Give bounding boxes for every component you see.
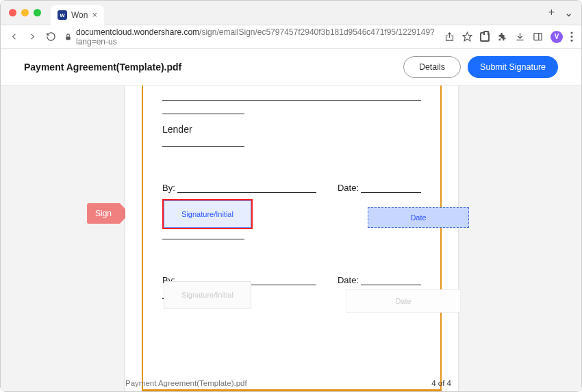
tab-close-button[interactable]: × xyxy=(92,10,97,20)
date-line xyxy=(361,276,421,285)
signature-line xyxy=(177,183,316,193)
close-window-button[interactable] xyxy=(9,9,16,16)
new-tab-button[interactable]: + xyxy=(548,6,555,19)
address-bar: documentcloud.wondershare.com/sign/email… xyxy=(1,25,581,49)
blank-line xyxy=(162,136,244,147)
blank-line xyxy=(162,228,244,239)
tab-title: Won xyxy=(71,10,88,20)
minimize-window-button[interactable] xyxy=(21,9,29,16)
browser-window: w Won × + ⌄ documentcloud.wonder xyxy=(0,0,582,392)
forward-button[interactable] xyxy=(27,31,38,42)
lock-icon xyxy=(64,33,72,41)
document-page: Lender By: Date: Witness By: Date: xyxy=(125,86,458,391)
document-title: Payment Agreement(Template).pdf xyxy=(24,62,181,73)
page-indicator: 4 of 4 xyxy=(431,379,451,387)
submit-signature-button[interactable]: Submit Signature xyxy=(468,56,558,78)
blank-line xyxy=(162,103,244,114)
download-icon[interactable] xyxy=(515,31,525,42)
by-label: By: xyxy=(162,183,175,193)
tab-overflow-button[interactable]: ⌄ xyxy=(564,6,573,19)
signature-field-active[interactable]: Signature/Initial xyxy=(164,200,251,228)
extensions-menu-icon[interactable] xyxy=(497,31,507,42)
document-canvas[interactable]: Sign Lender By: Date: Witness xyxy=(1,86,581,391)
details-button[interactable]: Details xyxy=(403,56,461,78)
tab-favicon: w xyxy=(58,10,67,20)
date-label: Date: xyxy=(338,275,359,285)
extensions-icon[interactable] xyxy=(480,32,490,42)
panel-icon[interactable] xyxy=(533,31,543,42)
lender-label: Lender xyxy=(162,124,421,135)
svg-marker-1 xyxy=(463,32,472,41)
signature-field-disabled: Signature/Initial xyxy=(164,281,251,309)
svg-rect-0 xyxy=(66,36,70,40)
footer-filename: Payment Agreement(Template).pdf xyxy=(125,379,247,387)
url-host: documentcloud.wondershare.com xyxy=(76,27,199,37)
svg-point-5 xyxy=(571,36,573,38)
url-field[interactable]: documentcloud.wondershare.com/sign/email… xyxy=(64,27,436,47)
profile-avatar[interactable]: V xyxy=(551,31,563,43)
browser-tab[interactable]: w Won × xyxy=(51,5,104,25)
blank-line xyxy=(162,90,421,101)
maximize-window-button[interactable] xyxy=(34,9,41,16)
svg-point-6 xyxy=(571,40,573,42)
window-controls xyxy=(9,9,41,16)
app-header: Payment Agreement(Template).pdf Details … xyxy=(1,49,581,86)
titlebar: w Won × + ⌄ xyxy=(1,1,581,25)
date-line xyxy=(361,183,421,193)
reload-button[interactable] xyxy=(46,31,56,42)
bookmark-icon[interactable] xyxy=(462,31,472,42)
document-footer: +1(555)34-34322 contact@larsen.co xyxy=(143,389,440,391)
svg-point-4 xyxy=(571,31,573,34)
sign-here-indicator: Sign xyxy=(87,203,129,224)
kebab-menu-icon[interactable] xyxy=(570,31,573,42)
date-label: Date: xyxy=(338,183,359,193)
svg-rect-2 xyxy=(534,34,542,40)
back-button[interactable] xyxy=(9,31,19,42)
date-field-disabled: Date xyxy=(346,289,461,313)
date-field-active[interactable]: Date xyxy=(368,207,469,228)
share-icon[interactable] xyxy=(444,31,455,42)
